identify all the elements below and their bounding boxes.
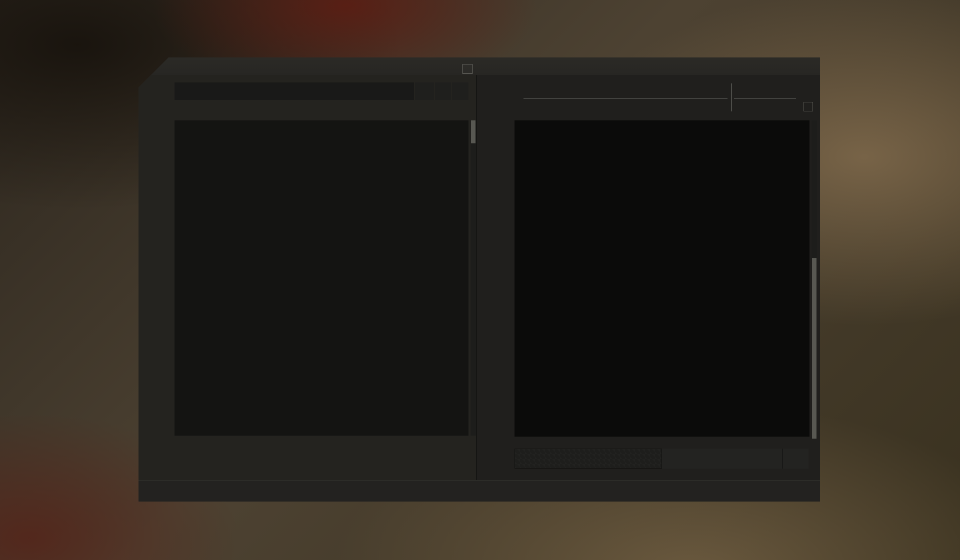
inventory-bottom-bar bbox=[514, 449, 808, 469]
search-prev-button[interactable] bbox=[435, 82, 451, 100]
trader-tab-strip bbox=[174, 102, 468, 118]
search-next-button[interactable] bbox=[452, 82, 468, 100]
trader-grid-scrollbar[interactable] bbox=[470, 120, 476, 436]
search-input[interactable] bbox=[174, 82, 414, 100]
account-divider bbox=[731, 83, 732, 111]
search-clear-button[interactable] bbox=[415, 82, 434, 100]
trash-button[interactable] bbox=[782, 449, 808, 469]
action-bar bbox=[138, 480, 820, 502]
balance-divider-line bbox=[734, 98, 796, 98]
weight-box bbox=[662, 449, 782, 469]
balance-help-button[interactable] bbox=[804, 102, 813, 111]
trader-item-grid bbox=[174, 120, 468, 436]
inventory-grid bbox=[514, 120, 810, 437]
panel-divider bbox=[476, 75, 477, 480]
back-button[interactable] bbox=[514, 449, 662, 469]
trader-help-button[interactable] bbox=[462, 64, 472, 74]
header-divider-line bbox=[524, 98, 728, 98]
scrollbar-thumb[interactable] bbox=[812, 258, 816, 439]
storage-tab-strip bbox=[174, 449, 468, 469]
scrollbar-thumb[interactable] bbox=[471, 120, 476, 143]
trade-window bbox=[138, 57, 820, 502]
window-header bbox=[138, 57, 820, 75]
inventory-grid-scrollbar[interactable] bbox=[812, 120, 817, 439]
